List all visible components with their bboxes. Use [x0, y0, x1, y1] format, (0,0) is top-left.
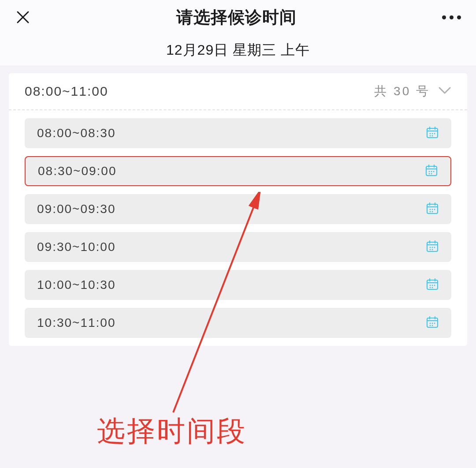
- calendar-icon: [426, 277, 439, 292]
- time-slot[interactable]: 09:30~10:00: [25, 232, 451, 262]
- svg-point-23: [432, 209, 433, 210]
- calendar-icon: [425, 164, 438, 179]
- svg-point-32: [432, 247, 433, 248]
- calendar-icon: [426, 202, 439, 217]
- time-range-row[interactable]: 08:00~11:00 共 30 号: [9, 73, 467, 110]
- svg-point-51: [434, 323, 435, 324]
- svg-point-8: [432, 135, 433, 137]
- calendar-icon: [426, 126, 439, 141]
- more-icon[interactable]: [442, 15, 461, 19]
- svg-point-24: [434, 209, 435, 210]
- svg-point-41: [432, 285, 433, 286]
- svg-point-52: [430, 325, 431, 326]
- svg-point-43: [430, 287, 431, 288]
- svg-point-13: [429, 171, 430, 172]
- time-range-label: 08:00~11:00: [25, 84, 108, 99]
- svg-point-15: [433, 171, 435, 172]
- navbar: 请选择候诊时间: [0, 0, 476, 34]
- annotation-text: 选择时间段: [97, 412, 247, 450]
- time-slot[interactable]: 09:00~09:30: [25, 194, 451, 224]
- svg-point-34: [430, 249, 431, 251]
- slot-list: 08:00~08:3008:30~09:0009:00~09:3009:30~1…: [9, 110, 467, 338]
- svg-point-40: [430, 285, 431, 286]
- calendar-icon: [426, 315, 439, 330]
- time-slot-card: 08:00~11:00 共 30 号 08:00~08:3008:30~09:0…: [9, 73, 467, 346]
- close-icon[interactable]: [15, 9, 31, 25]
- time-slot[interactable]: 08:30~09:00: [25, 156, 451, 186]
- svg-point-26: [432, 211, 433, 213]
- svg-point-42: [434, 285, 435, 286]
- slot-count-label: 共 30 号: [374, 83, 430, 100]
- svg-point-25: [430, 211, 431, 213]
- svg-point-49: [430, 323, 431, 324]
- slot-label: 10:00~10:30: [37, 278, 116, 292]
- svg-point-33: [434, 247, 435, 248]
- svg-point-44: [432, 287, 433, 288]
- page-title: 请选择候诊时间: [176, 6, 297, 29]
- slot-label: 09:00~09:30: [37, 202, 116, 216]
- svg-point-22: [430, 209, 431, 210]
- time-slot[interactable]: 10:00~10:30: [25, 270, 451, 300]
- date-header: 12月29日 星期三 上午: [0, 34, 476, 66]
- slot-label: 09:30~10:00: [37, 240, 116, 254]
- slot-label: 08:30~09:00: [38, 164, 117, 178]
- svg-point-17: [431, 173, 432, 175]
- svg-point-31: [430, 247, 431, 248]
- calendar-icon: [426, 240, 439, 255]
- svg-point-7: [430, 135, 431, 137]
- svg-point-5: [432, 133, 433, 135]
- svg-point-50: [432, 323, 433, 324]
- time-slot[interactable]: 08:00~08:30: [25, 118, 451, 148]
- svg-point-35: [432, 249, 433, 251]
- slot-label: 08:00~08:30: [37, 126, 116, 140]
- svg-point-16: [429, 173, 430, 175]
- svg-point-14: [431, 171, 432, 172]
- svg-point-6: [434, 133, 435, 135]
- svg-point-53: [432, 325, 433, 326]
- svg-point-4: [430, 133, 431, 135]
- slot-label: 10:30~11:00: [37, 316, 116, 330]
- chevron-down-icon: [438, 86, 451, 97]
- time-slot[interactable]: 10:30~11:00: [25, 308, 451, 338]
